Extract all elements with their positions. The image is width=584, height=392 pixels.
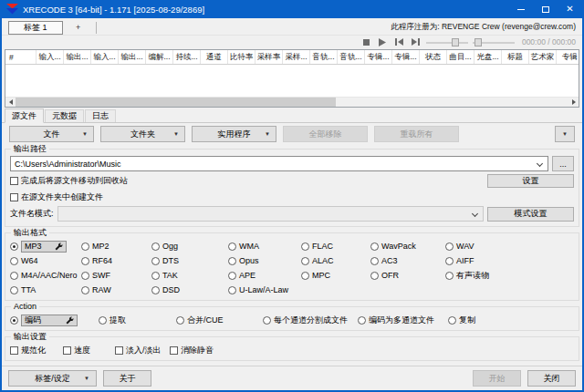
format-option-wavpack[interactable]: WavPack — [370, 240, 445, 253]
filename-pattern-combobox[interactable] — [57, 206, 484, 222]
format-option-wav[interactable]: WAV — [445, 240, 574, 253]
action-option-item[interactable]: 复制 — [448, 314, 574, 326]
file-menu-button[interactable]: 文件▼ — [9, 126, 94, 142]
pattern-settings-button[interactable]: 模式设置 — [487, 207, 574, 222]
scrollbar-track[interactable] — [16, 98, 568, 107]
column-header-12[interactable]: 音轨... — [338, 50, 365, 64]
volume-slider[interactable] — [426, 37, 468, 47]
format-option-wma[interactable]: WMA — [228, 240, 301, 253]
column-header-14[interactable]: 专辑... — [392, 50, 420, 64]
format-option-alac[interactable]: ALAC — [301, 254, 370, 267]
column-header-0[interactable]: # — [5, 50, 36, 64]
more-options-button[interactable]: ▼ — [555, 126, 575, 142]
seek-slider[interactable] — [473, 37, 515, 47]
toolbar: 文件▼ 文件夹▼ 实用程序▼ 全部移除 重载所有 ▼ — [2, 123, 582, 145]
previous-track-button[interactable] — [393, 36, 405, 47]
move-to-recycle-checkbox[interactable]: 完成后将源文件移动到回收站 — [10, 175, 128, 188]
format-option-m4a-aac-nero[interactable]: M4A/AAC/Nero — [10, 269, 81, 282]
column-header-15[interactable]: 状态 — [420, 50, 447, 64]
column-header-11[interactable]: 音轨... — [310, 50, 338, 64]
column-header-6[interactable]: 持续... — [173, 50, 201, 64]
remove-all-button[interactable]: 全部移除 — [283, 126, 368, 142]
column-header-13[interactable]: 专辑... — [365, 50, 392, 64]
format-option-dsd[interactable]: DSD — [151, 284, 228, 296]
action-option-item[interactable]: 编码 — [10, 314, 99, 326]
output-path-combobox[interactable]: C:\Users\Administrator\Music — [10, 156, 548, 171]
column-header-7[interactable]: 通道 — [201, 50, 228, 64]
format-option-mpc[interactable]: MPC — [301, 269, 370, 282]
format-option-rf64[interactable]: RF64 — [81, 254, 151, 267]
format-option-w64[interactable]: W64 — [10, 254, 81, 267]
utilities-menu-button[interactable]: 实用程序▼ — [192, 126, 276, 142]
document-tab-strip: 标签 1 + 此程序注册为: REVENGE Crew (revenge@cre… — [2, 18, 582, 36]
close-dialog-button[interactable]: 关闭 — [527, 370, 576, 387]
minimize-button[interactable] — [508, 0, 533, 18]
create-in-source-checkbox[interactable]: 在源文件夹中创建文件 — [10, 191, 103, 203]
column-header-16[interactable]: 曲目... — [447, 50, 474, 64]
format-option-ofr[interactable]: OFR — [370, 269, 445, 282]
format-option-flac[interactable]: FLAC — [301, 240, 370, 253]
browse-button[interactable]: ... — [552, 156, 574, 171]
action-option-item[interactable]: 提取 — [99, 314, 176, 326]
add-tab-button[interactable]: + — [69, 21, 88, 35]
action-selected-config-box[interactable]: 编码 — [21, 315, 78, 326]
column-header-3[interactable]: 输入... — [91, 50, 119, 64]
output-settings-button[interactable]: 设置 — [487, 174, 574, 188]
format-option-ape[interactable]: APE — [228, 269, 301, 282]
tags-settings-button[interactable]: 标签/设定▼ — [8, 370, 97, 387]
column-header-20[interactable]: 专辑 — [557, 50, 579, 64]
column-header-9[interactable]: 采样率 — [256, 50, 283, 64]
outset-option-item[interactable]: 消除静音 — [170, 344, 574, 356]
scrollbar-thumb[interactable] — [16, 98, 336, 107]
column-header-18[interactable]: 标题 — [502, 50, 529, 64]
column-header-1[interactable]: 输入... — [36, 50, 64, 64]
close-button[interactable]: ✕ — [558, 0, 582, 18]
document-tab-1[interactable]: 标签 1 — [8, 21, 63, 35]
column-header-8[interactable]: 比特率 — [228, 50, 256, 64]
reload-all-button[interactable]: 重载所有 — [374, 126, 459, 142]
format-option-ac3[interactable]: AC3 — [370, 254, 445, 267]
format-option-tak[interactable]: TAK — [151, 269, 228, 282]
format-option-opus[interactable]: Opus — [228, 254, 301, 267]
stop-button[interactable] — [360, 36, 372, 47]
folder-menu-button[interactable]: 文件夹▼ — [100, 126, 185, 142]
format-option-raw[interactable]: RAW — [81, 284, 151, 296]
play-button[interactable] — [377, 36, 389, 47]
next-track-button[interactable] — [410, 36, 422, 47]
column-header-19[interactable]: 艺术家 — [529, 50, 557, 64]
tab-source-files[interactable]: 源文件 — [5, 108, 44, 123]
format-option-u-law-a-law[interactable]: U-Law/A-Law — [228, 284, 301, 296]
outset-option-item[interactable]: 速度 — [63, 344, 115, 356]
column-header-17[interactable]: 光盘... — [474, 50, 502, 64]
seek-thumb[interactable] — [474, 38, 482, 46]
column-header-2[interactable]: 输出... — [64, 50, 91, 64]
start-button[interactable]: 开始 — [473, 370, 521, 387]
format-option-ogg[interactable]: Ogg — [151, 240, 228, 253]
horizontal-scrollbar[interactable] — [5, 97, 579, 107]
format-selected-config-box[interactable]: MP3 — [21, 241, 67, 253]
about-button[interactable]: 关于 — [103, 370, 151, 387]
action-option-cue[interactable]: 合并/CUE — [176, 314, 263, 326]
column-header-4[interactable]: 输出... — [119, 50, 146, 64]
outset-option-item[interactable]: 淡入/淡出 — [115, 344, 170, 356]
file-table: #输入...输出...输入...输出...编解...持续...通道比特率采样率采… — [5, 49, 579, 108]
column-header-10[interactable]: 采样... — [283, 50, 310, 64]
outset-option-item[interactable]: 规范化 — [10, 344, 63, 356]
close-label: 关闭 — [544, 373, 560, 385]
action-option-item[interactable]: 每个通道分割成文件 — [263, 314, 358, 326]
scroll-right-button[interactable] — [568, 98, 579, 107]
tab-log[interactable]: 日志 — [85, 109, 116, 122]
format-option-dts[interactable]: DTS — [151, 254, 228, 267]
volume-thumb[interactable] — [452, 38, 459, 46]
format-option-aiff[interactable]: AIFF — [445, 254, 574, 267]
maximize-button[interactable] — [533, 0, 558, 18]
scroll-left-button[interactable] — [5, 98, 16, 107]
format-option-item[interactable]: 有声读物 — [445, 269, 574, 282]
format-option-swf[interactable]: SWF — [81, 269, 151, 282]
format-option-tta[interactable]: TTA — [10, 284, 81, 296]
action-option-item[interactable]: 编码为多通道文件 — [358, 314, 448, 326]
format-option-mp2[interactable]: MP2 — [81, 240, 151, 253]
format-option-mp3[interactable]: MP3 — [10, 240, 81, 253]
tab-metadata[interactable]: 元数据 — [45, 109, 84, 122]
column-header-5[interactable]: 编解... — [146, 50, 173, 64]
